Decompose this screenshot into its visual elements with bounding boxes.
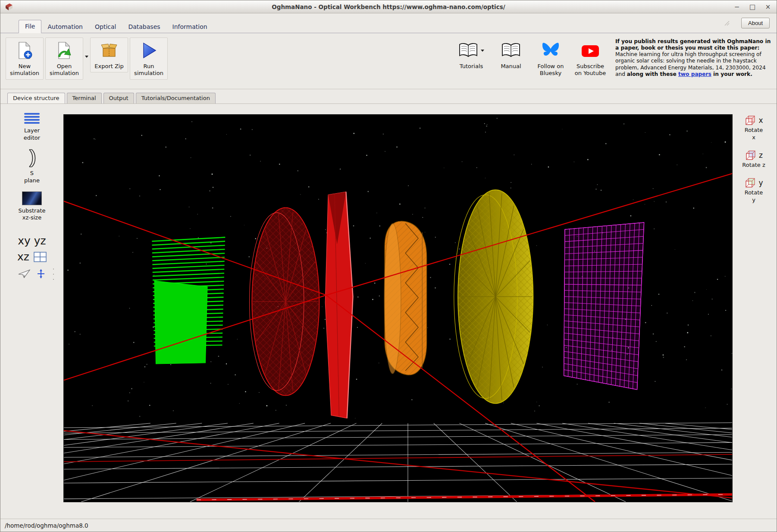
grid-view-icon bbox=[34, 252, 47, 262]
rotate-z-letter: z bbox=[759, 151, 763, 160]
app-window: OghmaNano - Optical Workbench https://ww… bbox=[0, 0, 777, 532]
layer-editor-icon bbox=[24, 112, 40, 125]
workspace: Layer editor S plane Substrate xz-size x… bbox=[0, 104, 777, 519]
close-button[interactable]: × bbox=[764, 3, 772, 11]
minimize-button[interactable]: − bbox=[733, 3, 741, 11]
sidebar-tool-icons bbox=[18, 269, 46, 279]
app-icon bbox=[5, 3, 13, 11]
view-xy-yz-button[interactable]: xy yz bbox=[18, 235, 46, 247]
tab-terminal[interactable]: Terminal bbox=[67, 93, 102, 103]
view-xz-label: xz bbox=[17, 250, 29, 263]
about-button[interactable]: About bbox=[741, 18, 770, 28]
export-zip-icon bbox=[100, 40, 119, 61]
substrate-label: Substrate xz-size bbox=[18, 207, 46, 222]
manual-button[interactable]: Manual bbox=[492, 38, 530, 72]
orange-cylinder-object bbox=[384, 221, 427, 375]
move-axis-icon[interactable] bbox=[36, 269, 46, 279]
bluesky-butterfly-icon bbox=[542, 40, 560, 61]
rotate-z-cube-icon bbox=[745, 149, 757, 161]
menu-tab-optical[interactable]: Optical bbox=[89, 21, 122, 33]
new-simulation-icon bbox=[15, 40, 34, 61]
tab-output[interactable]: Output bbox=[103, 93, 134, 103]
rotate-x-label: Rotate x bbox=[742, 127, 765, 141]
layer-editor-label: Layer editor bbox=[18, 127, 46, 142]
menu-tab-databases[interactable]: Databases bbox=[122, 21, 166, 33]
tutorials-dropdown-icon[interactable] bbox=[481, 50, 484, 52]
tutorials-label: Tutorials bbox=[460, 63, 483, 70]
bluesky-button[interactable]: Follow on Bluesky bbox=[532, 38, 570, 80]
manual-label: Manual bbox=[501, 63, 521, 70]
rotate-z-label: Rotate z bbox=[742, 162, 765, 169]
chevron-down-icon bbox=[85, 56, 88, 58]
tab-tutorials-documentation[interactable]: Tutorials/Documentation bbox=[136, 93, 216, 103]
viewport-rotate-controls: x Rotate x z Rotate z bbox=[733, 114, 774, 211]
sidebar: Layer editor S plane Substrate xz-size x… bbox=[0, 112, 63, 279]
tutorials-book-icon bbox=[458, 42, 478, 59]
new-simulation-label: New simulation bbox=[7, 63, 42, 77]
window-title: OghmaNano - Optical Workbench https://ww… bbox=[0, 3, 777, 10]
citation-bold-2: along with these bbox=[627, 71, 678, 77]
two-papers-link[interactable]: two papers bbox=[678, 71, 711, 77]
youtube-icon bbox=[581, 40, 600, 61]
tab-device-structure[interactable]: Device structure bbox=[7, 93, 65, 103]
export-zip-button[interactable]: Export Zip bbox=[90, 38, 128, 72]
rotate-z-button[interactable]: z Rotate z bbox=[742, 149, 765, 169]
window-controls: − □ × bbox=[733, 3, 772, 11]
ray-trace-plane-icon[interactable] bbox=[18, 269, 30, 279]
export-zip-label: Export Zip bbox=[94, 63, 123, 70]
maximize-button[interactable]: □ bbox=[748, 3, 757, 11]
rotate-x-cube-icon bbox=[744, 114, 756, 126]
titlebar: OghmaNano - Optical Workbench https://ww… bbox=[0, 0, 777, 13]
citation-notice: If you publish results generated with Og… bbox=[615, 38, 772, 78]
rotate-y-button[interactable]: y Rotate y bbox=[742, 177, 765, 204]
rotate-y-label: Rotate y bbox=[742, 189, 765, 204]
open-simulation-button[interactable]: Open simulation bbox=[45, 38, 83, 80]
s-plane-label: S plane bbox=[23, 170, 41, 185]
current-path: /home/rod/oghma/oghma8.0 bbox=[5, 522, 88, 529]
statusbar: /home/rod/oghma/oghma8.0 bbox=[0, 519, 777, 532]
new-simulation-button[interactable]: New simulation bbox=[6, 38, 44, 80]
rotate-x-letter: x bbox=[758, 116, 763, 125]
substrate-thumbnail-icon bbox=[22, 191, 42, 205]
tutorials-button[interactable]: Tutorials bbox=[452, 38, 490, 72]
open-simulation-icon bbox=[55, 40, 74, 61]
citation-bold-3: in your work. bbox=[711, 71, 752, 77]
substrate-xz-size-button[interactable]: Substrate xz-size bbox=[18, 191, 46, 222]
view-xz-button[interactable]: xz bbox=[17, 250, 47, 263]
run-simulation-button[interactable]: Run simulation bbox=[130, 38, 168, 80]
menu-tab-file[interactable]: File bbox=[19, 20, 41, 33]
manual-book-icon bbox=[501, 40, 521, 61]
s-plane-button[interactable]: S plane bbox=[23, 149, 41, 185]
document-tabs: Device structure Terminal Output Tutoria… bbox=[0, 89, 777, 104]
open-simulation-label: Open simulation bbox=[47, 63, 82, 77]
run-simulation-icon bbox=[139, 40, 158, 61]
open-simulation-dropdown[interactable] bbox=[85, 38, 88, 58]
splitter-handle[interactable] bbox=[52, 269, 55, 280]
bluesky-label: Follow on Bluesky bbox=[533, 63, 568, 77]
run-simulation-label: Run simulation bbox=[131, 63, 166, 77]
3d-viewport[interactable] bbox=[63, 114, 733, 502]
toolbar: New simulation Open simulation bbox=[0, 33, 777, 89]
citation-bold-1: If you publish results generated with Og… bbox=[615, 38, 771, 51]
layer-editor-button[interactable]: Layer editor bbox=[18, 112, 46, 142]
youtube-label: Subscribe on Youtube bbox=[573, 63, 608, 77]
menu-tab-information[interactable]: Information bbox=[166, 21, 213, 33]
resize-grip-icon bbox=[724, 20, 730, 26]
rotate-x-button[interactable]: x Rotate x bbox=[742, 114, 765, 141]
youtube-button[interactable]: Subscribe on Youtube bbox=[571, 38, 609, 80]
menubar: File Automation Optical Databases Inform… bbox=[0, 13, 777, 33]
magenta-grid-object bbox=[564, 222, 644, 390]
rotate-y-letter: y bbox=[758, 178, 763, 187]
rotate-y-cube-icon bbox=[744, 177, 756, 189]
3d-scene bbox=[64, 115, 732, 502]
menu-tab-automation[interactable]: Automation bbox=[41, 21, 89, 33]
s-plane-icon bbox=[26, 149, 38, 168]
